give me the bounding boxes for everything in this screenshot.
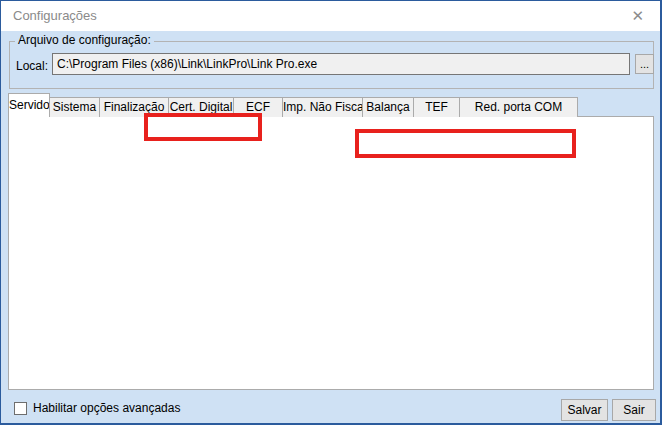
tab-tef[interactable]: TEF bbox=[413, 97, 460, 117]
save-button[interactable]: Salvar bbox=[561, 399, 608, 421]
tab-page-servidor bbox=[8, 116, 654, 390]
tab-red-porta-com[interactable]: Red. porta COM bbox=[459, 97, 578, 117]
local-label: Local: bbox=[16, 59, 48, 73]
tab-finalizacao[interactable]: Finalização bbox=[99, 97, 169, 117]
tab-servidor[interactable]: Servidor bbox=[8, 93, 50, 117]
tab-balanca[interactable]: Balança bbox=[362, 97, 414, 117]
settings-dialog: Configurações ✕ Arquivo de configuração:… bbox=[0, 0, 662, 425]
browse-config-button[interactable]: ... bbox=[635, 54, 654, 74]
advanced-options-label: Habilitar opções avançadas bbox=[33, 401, 180, 415]
tab-cert-digital[interactable]: Cert. Digital bbox=[168, 97, 234, 117]
config-path-input[interactable] bbox=[52, 53, 630, 75]
config-file-group: Arquivo de configuração: Local: ... bbox=[9, 41, 654, 89]
advanced-options-checkbox[interactable] bbox=[14, 402, 27, 415]
titlebar: Configurações ✕ bbox=[1, 1, 660, 31]
tab-sistema[interactable]: Sistema bbox=[49, 97, 100, 117]
tab-strip: Servidor Sistema Finalização Cert. Digit… bbox=[8, 93, 578, 117]
exit-button[interactable]: Sair bbox=[612, 399, 656, 421]
tab-ecf[interactable]: ECF bbox=[233, 97, 283, 117]
config-file-group-title: Arquivo de configuração: bbox=[15, 33, 154, 47]
window-title: Configurações bbox=[13, 1, 97, 31]
close-icon[interactable]: ✕ bbox=[631, 1, 644, 31]
tab-imp-nao-fiscal[interactable]: Imp. Não Fiscal bbox=[282, 97, 363, 117]
